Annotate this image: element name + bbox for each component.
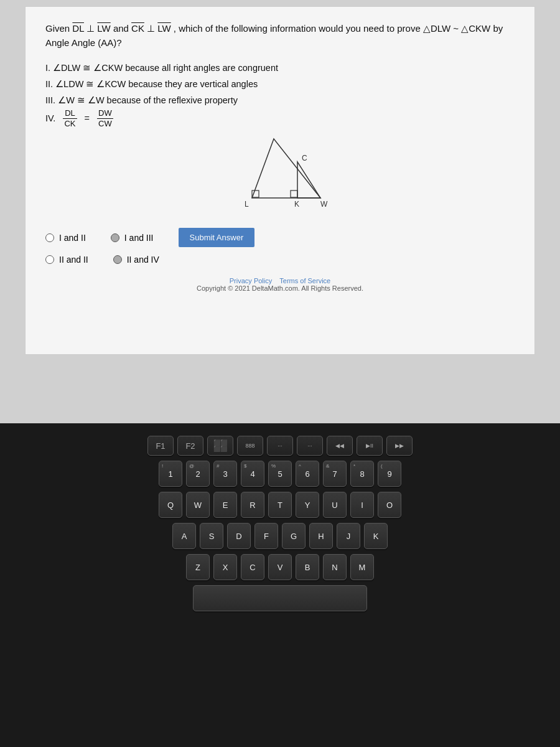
key-k[interactable]: K (364, 523, 388, 549)
question-text: Given DL ⊥ LW and CK ⊥ LW , which of the… (45, 22, 515, 50)
key-f1[interactable]: F1 (147, 436, 174, 456)
radio-ii-and-iv[interactable] (113, 255, 122, 264)
svg-rect-3 (291, 190, 297, 197)
zxcv-row: Z X C V B N M (186, 554, 374, 580)
choice-ii-and-ii-label: II and II (59, 255, 88, 265)
key-5[interactable]: %5 (268, 461, 292, 487)
svg-text:K: K (294, 200, 299, 209)
key-v[interactable]: V (268, 554, 292, 580)
key-n[interactable]: N (323, 554, 347, 580)
key-b[interactable]: B (296, 554, 319, 580)
key-y[interactable]: Y (296, 492, 319, 518)
key-z[interactable]: Z (186, 554, 210, 580)
key-q[interactable]: Q (159, 492, 182, 518)
svg-text:C: C (302, 154, 307, 162)
key-w[interactable]: W (186, 492, 210, 518)
option-iv: IV. DL CK = DW CW (45, 108, 515, 128)
choice-i-and-iii[interactable]: I and III (111, 233, 154, 243)
choice-i-and-ii[interactable]: I and II (45, 233, 86, 243)
key-j[interactable]: J (337, 523, 360, 549)
key-2[interactable]: @2 (186, 461, 210, 487)
key-o[interactable]: O (378, 492, 401, 518)
choice-ii-and-iv-label: II and IV (127, 255, 159, 265)
key-f8[interactable]: ▶II (357, 436, 383, 456)
radio-i-and-ii[interactable] (45, 233, 54, 242)
choice-ii-and-iv[interactable]: II and IV (113, 255, 159, 265)
key-i[interactable]: I (350, 492, 374, 518)
key-f3[interactable]: ⬛⬛⬛⬛ (207, 436, 233, 456)
key-f[interactable]: F (254, 523, 278, 549)
key-4[interactable]: $4 (241, 461, 264, 487)
key-9[interactable]: (9 (378, 461, 401, 487)
diagram-area: D C L K W (45, 136, 515, 217)
content-area: Given DL ⊥ LW and CK ⊥ LW , which of the… (25, 6, 535, 355)
key-f5[interactable]: ··· (267, 436, 293, 456)
svg-text:W: W (320, 200, 328, 209)
key-e[interactable]: E (213, 492, 237, 518)
key-s[interactable]: S (200, 523, 223, 549)
radio-ii-and-ii[interactable] (45, 255, 54, 264)
key-g[interactable]: G (282, 523, 306, 549)
key-a[interactable]: A (172, 523, 196, 549)
key-7[interactable]: &7 (323, 461, 347, 487)
key-u[interactable]: U (323, 492, 347, 518)
option-ii: II. ∠LDW ≅ ∠KCW because they are vertica… (45, 76, 515, 92)
key-h[interactable]: H (309, 523, 333, 549)
footer: Privacy Policy Terms of Service Copyrigh… (45, 277, 515, 292)
radio-i-and-iii[interactable] (111, 233, 119, 242)
key-f6[interactable]: ··· (297, 436, 323, 456)
privacy-link[interactable]: Privacy Policy (230, 277, 272, 284)
space-row (193, 585, 367, 611)
options-list: I. ∠DLW ≅ ∠CKW because all right angles … (45, 60, 515, 128)
num-row: !1 @2 #3 $4 %5 ^6 &7 *8 (9 (159, 461, 401, 487)
key-8[interactable]: *8 (350, 461, 374, 487)
key-f7[interactable]: ◀◀ (327, 436, 353, 456)
key-1[interactable]: !1 (159, 461, 182, 487)
choice-ii-and-ii[interactable]: II and II (45, 255, 88, 265)
svg-marker-0 (252, 139, 320, 198)
key-6[interactable]: ^6 (296, 461, 319, 487)
svg-text:L: L (245, 200, 249, 209)
key-x[interactable]: X (213, 554, 237, 580)
key-3[interactable]: #3 (213, 461, 237, 487)
key-r[interactable]: R (241, 492, 264, 518)
choice-i-and-ii-label: I and II (59, 233, 86, 243)
svg-marker-2 (297, 162, 320, 198)
option-iii: III. ∠W ≅ ∠W because of the reflexive pr… (45, 92, 515, 108)
svg-text:D: D (270, 136, 276, 138)
key-f9[interactable]: ▶▶ (386, 436, 413, 456)
terms-link[interactable]: Terms of Service (279, 277, 330, 284)
asdf-row: A S D F G H J K (172, 523, 388, 549)
submit-button[interactable]: Submit Answer (179, 228, 255, 247)
choice-i-and-iii-label: I and III (124, 233, 154, 243)
qwerty-row: Q W E R T Y U I O (159, 492, 401, 518)
key-c[interactable]: C (241, 554, 264, 580)
key-f2[interactable]: F2 (177, 436, 203, 456)
key-m[interactable]: M (350, 554, 374, 580)
key-d[interactable]: D (227, 523, 251, 549)
screen: Given DL ⊥ LW and CK ⊥ LW , which of the… (0, 0, 560, 423)
key-space[interactable] (193, 585, 367, 611)
keyboard: F1 F2 ⬛⬛⬛⬛ 888 ··· ··· ◀◀ ▶II ▶▶ !1 @2 #… (0, 423, 560, 747)
geometry-diagram: D C L K W (218, 136, 342, 217)
key-t[interactable]: T (268, 492, 292, 518)
copyright: Copyright © 2021 DeltaMath.com. All Righ… (197, 284, 363, 292)
fn-row: F1 F2 ⬛⬛⬛⬛ 888 ··· ··· ◀◀ ▶II ▶▶ (147, 436, 413, 456)
key-f4[interactable]: 888 (237, 436, 263, 456)
option-i: I. ∠DLW ≅ ∠CKW because all right angles … (45, 60, 515, 76)
